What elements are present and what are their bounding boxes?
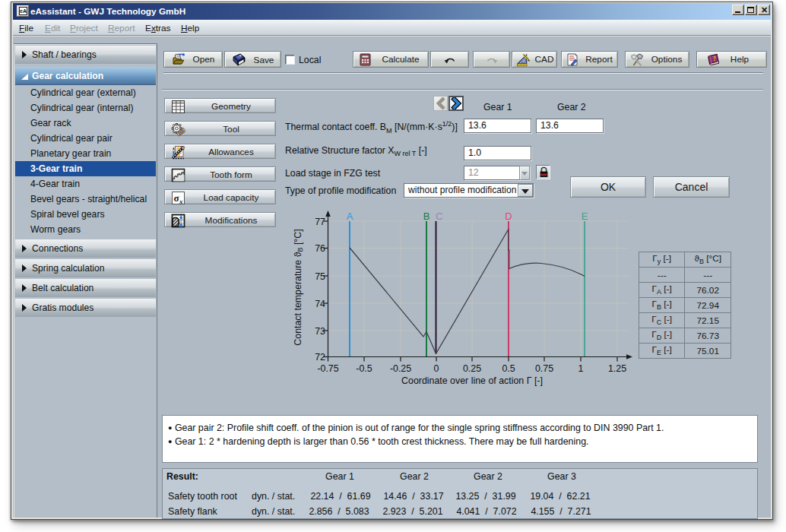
svg-text:Coordinate over line of action: Coordinate over line of action Γ [-] <box>401 375 543 386</box>
svg-text:76: 76 <box>315 243 325 254</box>
svg-text:σ: σ <box>174 192 179 204</box>
svg-text:72: 72 <box>315 352 325 363</box>
svg-text:A: A <box>347 211 353 222</box>
svg-text:-0.75: -0.75 <box>317 363 338 374</box>
svg-text:D: D <box>505 211 512 222</box>
svg-text:1.25: 1.25 <box>608 363 626 374</box>
svg-text:74: 74 <box>315 299 325 309</box>
svg-text:-0.25: -0.25 <box>390 363 411 374</box>
svg-text:B: B <box>423 211 430 222</box>
svg-text:0: 0 <box>434 363 439 374</box>
svg-text:0.25: 0.25 <box>463 363 481 374</box>
svg-text:0.5: 0.5 <box>502 363 515 374</box>
svg-text:77: 77 <box>315 217 325 227</box>
svg-text:E: E <box>582 211 588 222</box>
svg-text:1: 1 <box>578 363 584 374</box>
svg-text:x: x <box>179 198 183 205</box>
svg-text:-0.5: -0.5 <box>356 363 372 374</box>
svg-text:75: 75 <box>315 271 325 282</box>
svg-text:0.75: 0.75 <box>535 363 553 374</box>
svg-text:Contact temperature ϑB [°C]: Contact temperature ϑB [°C] <box>293 229 304 345</box>
svg-text:73: 73 <box>315 326 325 337</box>
svg-text:C: C <box>436 211 442 222</box>
